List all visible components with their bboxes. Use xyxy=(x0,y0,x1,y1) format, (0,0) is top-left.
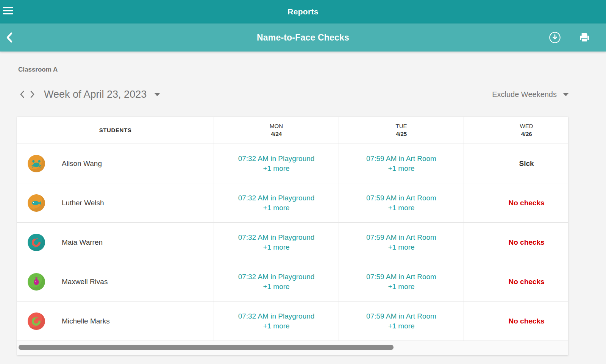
avatar xyxy=(28,155,45,172)
horizontal-scrollbar-track[interactable] xyxy=(17,341,568,355)
check-more-link[interactable]: +1 more xyxy=(388,282,414,292)
no-checks-status: No checks xyxy=(508,237,544,247)
day-column-header-tue: TUE 4/25 xyxy=(339,117,464,144)
table-row: Michelle Marks 07:32 AM in Playground +1… xyxy=(17,302,568,341)
check-cell-mon[interactable]: 07:32 AM in Playground +1 more xyxy=(214,144,339,183)
avatar xyxy=(28,234,45,251)
check-time: 07:32 AM in Playground xyxy=(238,154,315,164)
table-row: Alison Wang 07:32 AM in Playground +1 mo… xyxy=(17,144,568,183)
check-cell-mon[interactable]: 07:32 AM in Playground +1 more xyxy=(214,223,339,262)
download-button[interactable] xyxy=(548,31,561,44)
check-more-link[interactable]: +1 more xyxy=(263,321,289,331)
checks-table: STUDENTS MON 4/24 TUE 4/25 WED 4/26 xyxy=(17,117,568,341)
status-cell-wed: No checks xyxy=(464,302,568,341)
horizontal-scrollbar-thumb[interactable] xyxy=(19,345,394,350)
absence-status: Sick xyxy=(519,159,534,169)
check-time: 07:59 AM in Art Room xyxy=(366,311,436,321)
hamburger-menu-icon[interactable] xyxy=(3,5,16,16)
table-header-row: STUDENTS MON 4/24 TUE 4/25 WED 4/26 xyxy=(17,117,568,144)
check-cell-tue[interactable]: 07:59 AM in Art Room +1 more xyxy=(339,302,464,341)
avatar xyxy=(28,273,45,291)
report-header-bar: Name-to-Face Checks xyxy=(0,23,606,52)
student-name: Alison Wang xyxy=(62,159,102,168)
check-time: 07:32 AM in Playground xyxy=(238,193,315,203)
report-actions xyxy=(548,23,591,52)
check-cell-mon[interactable]: 07:32 AM in Playground +1 more xyxy=(214,302,339,341)
student-name: Michelle Marks xyxy=(62,317,110,325)
week-dropdown-caret-icon[interactable] xyxy=(154,93,160,96)
back-button[interactable] xyxy=(2,30,17,45)
chevron-left-icon xyxy=(19,90,25,98)
status-cell-wed: Sick xyxy=(464,144,568,183)
check-more-link[interactable]: +1 more xyxy=(263,242,289,252)
status-cell-wed: No checks xyxy=(464,223,568,262)
check-more-link[interactable]: +1 more xyxy=(388,242,414,252)
shrimp-icon xyxy=(31,237,42,248)
student-name: Maia Warren xyxy=(62,238,103,247)
day-column-header-mon: MON 4/24 xyxy=(214,117,339,144)
check-time: 07:32 AM in Playground xyxy=(238,233,315,242)
avatar xyxy=(28,194,45,212)
classroom-label: Classroom A xyxy=(18,66,58,73)
check-more-link[interactable]: +1 more xyxy=(263,164,289,173)
status-cell-wed: No checks xyxy=(464,183,568,223)
chevron-right-icon xyxy=(29,90,35,98)
check-time: 07:32 AM in Playground xyxy=(238,272,315,282)
prev-week-button[interactable] xyxy=(17,89,27,100)
shrimp-icon xyxy=(31,316,42,327)
week-label[interactable]: Week of April 23, 2023 xyxy=(44,89,147,100)
check-time: 07:59 AM in Art Room xyxy=(366,272,436,282)
check-cell-mon[interactable]: 07:32 AM in Playground +1 more xyxy=(214,183,339,223)
no-checks-status: No checks xyxy=(508,277,544,287)
check-cell-tue[interactable]: 07:59 AM in Art Room +1 more xyxy=(339,144,464,183)
student-cell[interactable]: Maia Warren xyxy=(17,223,214,262)
fish-icon xyxy=(31,197,42,209)
check-cell-tue[interactable]: 07:59 AM in Art Room +1 more xyxy=(339,262,464,302)
check-more-link[interactable]: +1 more xyxy=(388,321,414,331)
next-week-button[interactable] xyxy=(27,89,37,100)
app-bar: Reports xyxy=(0,0,606,23)
check-more-link[interactable]: +1 more xyxy=(263,203,289,213)
day-column-header-wed: WED 4/26 xyxy=(464,117,568,144)
avatar xyxy=(28,312,45,330)
check-cell-mon[interactable]: 07:32 AM in Playground +1 more xyxy=(214,262,339,302)
table-row: Maxwell Rivas 07:32 AM in Playground +1 … xyxy=(17,262,568,302)
check-time: 07:59 AM in Art Room xyxy=(366,193,436,203)
table-row: Maia Warren 07:32 AM in Playground +1 mo… xyxy=(17,223,568,262)
check-time: 07:59 AM in Art Room xyxy=(366,233,436,242)
week-navigation: Week of April 23, 2023 xyxy=(17,87,160,101)
back-chevron-icon xyxy=(5,32,14,43)
no-checks-status: No checks xyxy=(508,316,544,326)
students-column-header: STUDENTS xyxy=(17,117,214,144)
exclude-dropdown-caret-icon xyxy=(563,93,569,96)
student-cell[interactable]: Alison Wang xyxy=(17,144,214,183)
student-cell[interactable]: Michelle Marks xyxy=(17,302,214,341)
fish-icon xyxy=(31,276,42,287)
checks-table-card: STUDENTS MON 4/24 TUE 4/25 WED 4/26 xyxy=(17,117,568,355)
crab-icon xyxy=(31,158,42,169)
check-cell-tue[interactable]: 07:59 AM in Art Room +1 more xyxy=(339,183,464,223)
check-more-link[interactable]: +1 more xyxy=(388,164,414,173)
check-more-link[interactable]: +1 more xyxy=(263,282,289,292)
download-icon xyxy=(549,31,561,44)
print-button[interactable] xyxy=(578,31,591,44)
exclude-weekends-dropdown[interactable]: Exclude Weekends xyxy=(492,89,569,100)
student-cell[interactable]: Maxwell Rivas xyxy=(17,262,214,302)
exclude-weekends-label: Exclude Weekends xyxy=(492,90,557,99)
page-title: Reports xyxy=(287,7,318,16)
student-cell[interactable]: Luther Welsh xyxy=(17,183,214,223)
reports-page: Reports Name-to-Face Checks xyxy=(0,0,606,364)
print-icon xyxy=(578,31,590,44)
report-title: Name-to-Face Checks xyxy=(257,33,349,43)
table-row: Luther Welsh 07:32 AM in Playground +1 m… xyxy=(17,183,568,223)
status-cell-wed: No checks xyxy=(464,262,568,302)
check-time: 07:32 AM in Playground xyxy=(238,311,315,321)
check-cell-tue[interactable]: 07:59 AM in Art Room +1 more xyxy=(339,223,464,262)
no-checks-status: No checks xyxy=(508,198,544,208)
student-name: Maxwell Rivas xyxy=(62,278,108,286)
check-time: 07:59 AM in Art Room xyxy=(366,154,436,164)
check-more-link[interactable]: +1 more xyxy=(388,203,414,213)
student-name: Luther Welsh xyxy=(62,199,104,207)
